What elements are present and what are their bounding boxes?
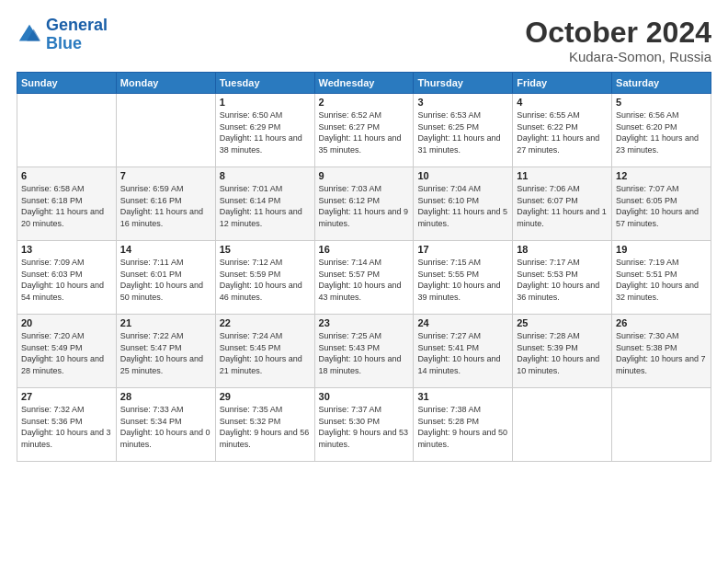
day-number: 30 xyxy=(319,391,410,402)
day-cell: 9Sunrise: 7:03 AM Sunset: 6:12 PM Daylig… xyxy=(314,167,414,241)
day-info: Sunrise: 7:15 AM Sunset: 5:55 PM Dayligh… xyxy=(417,257,508,303)
day-cell xyxy=(513,388,612,462)
day-info: Sunrise: 7:03 AM Sunset: 6:12 PM Dayligh… xyxy=(319,183,410,229)
day-cell: 17Sunrise: 7:15 AM Sunset: 5:55 PM Dayli… xyxy=(414,241,513,315)
day-info: Sunrise: 7:38 AM Sunset: 5:28 PM Dayligh… xyxy=(417,404,508,450)
col-monday: Monday xyxy=(116,73,215,94)
day-cell: 3Sunrise: 6:53 AM Sunset: 6:25 PM Daylig… xyxy=(414,94,513,167)
day-cell: 28Sunrise: 7:33 AM Sunset: 5:34 PM Dayli… xyxy=(116,388,215,462)
day-cell: 1Sunrise: 6:50 AM Sunset: 6:29 PM Daylig… xyxy=(215,94,314,167)
day-info: Sunrise: 7:01 AM Sunset: 6:14 PM Dayligh… xyxy=(220,183,311,229)
day-info: Sunrise: 6:56 AM Sunset: 6:20 PM Dayligh… xyxy=(616,109,707,155)
day-cell: 19Sunrise: 7:19 AM Sunset: 5:51 PM Dayli… xyxy=(612,241,711,315)
day-info: Sunrise: 6:58 AM Sunset: 6:18 PM Dayligh… xyxy=(21,183,112,229)
day-cell xyxy=(17,94,117,167)
day-info: Sunrise: 7:22 AM Sunset: 5:47 PM Dayligh… xyxy=(120,330,211,376)
day-info: Sunrise: 6:50 AM Sunset: 6:29 PM Dayligh… xyxy=(220,109,311,155)
logo-blue: Blue xyxy=(46,34,82,52)
day-info: Sunrise: 7:11 AM Sunset: 6:01 PM Dayligh… xyxy=(120,257,211,303)
day-info: Sunrise: 7:32 AM Sunset: 5:36 PM Dayligh… xyxy=(21,404,112,450)
day-cell: 21Sunrise: 7:22 AM Sunset: 5:47 PM Dayli… xyxy=(116,315,215,388)
col-tuesday: Tuesday xyxy=(215,73,314,94)
col-thursday: Thursday xyxy=(414,73,513,94)
day-number: 3 xyxy=(417,97,508,108)
header: General Blue October 2024 Kudara-Somon, … xyxy=(17,17,711,64)
day-number: 9 xyxy=(319,170,410,181)
day-number: 27 xyxy=(21,391,112,402)
day-number: 16 xyxy=(319,244,410,255)
day-number: 1 xyxy=(220,97,311,108)
day-cell: 13Sunrise: 7:09 AM Sunset: 6:03 PM Dayli… xyxy=(17,241,117,315)
day-number: 15 xyxy=(220,244,311,255)
day-number: 18 xyxy=(517,244,608,255)
day-cell: 26Sunrise: 7:30 AM Sunset: 5:38 PM Dayli… xyxy=(612,315,711,388)
day-info: Sunrise: 7:19 AM Sunset: 5:51 PM Dayligh… xyxy=(616,257,707,303)
day-cell: 31Sunrise: 7:38 AM Sunset: 5:28 PM Dayli… xyxy=(414,388,513,462)
location: Kudara-Somon, Russia xyxy=(525,49,711,64)
day-cell: 16Sunrise: 7:14 AM Sunset: 5:57 PM Dayli… xyxy=(314,241,414,315)
day-cell: 4Sunrise: 6:55 AM Sunset: 6:22 PM Daylig… xyxy=(513,94,612,167)
day-info: Sunrise: 7:25 AM Sunset: 5:43 PM Dayligh… xyxy=(319,330,410,376)
calendar-table: Sunday Monday Tuesday Wednesday Thursday… xyxy=(17,72,711,462)
day-number: 21 xyxy=(120,317,211,328)
day-cell: 29Sunrise: 7:35 AM Sunset: 5:32 PM Dayli… xyxy=(215,388,314,462)
col-wednesday: Wednesday xyxy=(314,73,414,94)
logo: General Blue xyxy=(17,17,108,53)
week-row-4: 27Sunrise: 7:32 AM Sunset: 5:36 PM Dayli… xyxy=(17,388,711,462)
day-number: 8 xyxy=(220,170,311,181)
day-info: Sunrise: 7:12 AM Sunset: 5:59 PM Dayligh… xyxy=(220,257,311,303)
day-number: 7 xyxy=(120,170,211,181)
day-info: Sunrise: 7:37 AM Sunset: 5:30 PM Dayligh… xyxy=(319,404,410,450)
day-info: Sunrise: 7:17 AM Sunset: 5:53 PM Dayligh… xyxy=(517,257,608,303)
col-sunday: Sunday xyxy=(17,73,117,94)
day-info: Sunrise: 7:09 AM Sunset: 6:03 PM Dayligh… xyxy=(21,257,112,303)
logo-general: General xyxy=(46,16,108,34)
day-number: 17 xyxy=(417,244,508,255)
day-cell xyxy=(116,94,215,167)
day-cell: 14Sunrise: 7:11 AM Sunset: 6:01 PM Dayli… xyxy=(116,241,215,315)
day-number: 26 xyxy=(616,317,707,328)
day-number: 4 xyxy=(517,97,608,108)
day-info: Sunrise: 7:20 AM Sunset: 5:49 PM Dayligh… xyxy=(21,330,112,376)
day-cell: 12Sunrise: 7:07 AM Sunset: 6:05 PM Dayli… xyxy=(612,167,711,241)
day-number: 19 xyxy=(616,244,707,255)
logo-text: General Blue xyxy=(46,17,108,53)
day-info: Sunrise: 7:28 AM Sunset: 5:39 PM Dayligh… xyxy=(517,330,608,376)
day-number: 12 xyxy=(616,170,707,181)
day-cell: 5Sunrise: 6:56 AM Sunset: 6:20 PM Daylig… xyxy=(612,94,711,167)
day-info: Sunrise: 7:33 AM Sunset: 5:34 PM Dayligh… xyxy=(120,404,211,450)
day-number: 2 xyxy=(319,97,410,108)
day-number: 14 xyxy=(120,244,211,255)
day-number: 11 xyxy=(517,170,608,181)
col-friday: Friday xyxy=(513,73,612,94)
day-cell: 24Sunrise: 7:27 AM Sunset: 5:41 PM Dayli… xyxy=(414,315,513,388)
day-cell: 2Sunrise: 6:52 AM Sunset: 6:27 PM Daylig… xyxy=(314,94,414,167)
day-cell: 7Sunrise: 6:59 AM Sunset: 6:16 PM Daylig… xyxy=(116,167,215,241)
week-row-3: 20Sunrise: 7:20 AM Sunset: 5:49 PM Dayli… xyxy=(17,315,711,388)
day-info: Sunrise: 7:04 AM Sunset: 6:10 PM Dayligh… xyxy=(417,183,508,229)
day-cell: 8Sunrise: 7:01 AM Sunset: 6:14 PM Daylig… xyxy=(215,167,314,241)
month-title: October 2024 xyxy=(525,17,711,49)
day-cell: 6Sunrise: 6:58 AM Sunset: 6:18 PM Daylig… xyxy=(17,167,117,241)
day-info: Sunrise: 7:30 AM Sunset: 5:38 PM Dayligh… xyxy=(616,330,707,376)
day-cell: 11Sunrise: 7:06 AM Sunset: 6:07 PM Dayli… xyxy=(513,167,612,241)
day-number: 20 xyxy=(21,317,112,328)
day-info: Sunrise: 7:24 AM Sunset: 5:45 PM Dayligh… xyxy=(220,330,311,376)
day-info: Sunrise: 6:52 AM Sunset: 6:27 PM Dayligh… xyxy=(319,109,410,155)
week-row-0: 1Sunrise: 6:50 AM Sunset: 6:29 PM Daylig… xyxy=(17,94,711,167)
week-row-1: 6Sunrise: 6:58 AM Sunset: 6:18 PM Daylig… xyxy=(17,167,711,241)
day-cell: 30Sunrise: 7:37 AM Sunset: 5:30 PM Dayli… xyxy=(314,388,414,462)
day-info: Sunrise: 7:07 AM Sunset: 6:05 PM Dayligh… xyxy=(616,183,707,229)
day-info: Sunrise: 7:14 AM Sunset: 5:57 PM Dayligh… xyxy=(319,257,410,303)
calendar-header: Sunday Monday Tuesday Wednesday Thursday… xyxy=(17,73,711,94)
day-cell: 25Sunrise: 7:28 AM Sunset: 5:39 PM Dayli… xyxy=(513,315,612,388)
day-number: 6 xyxy=(21,170,112,181)
day-number: 28 xyxy=(120,391,211,402)
week-row-2: 13Sunrise: 7:09 AM Sunset: 6:03 PM Dayli… xyxy=(17,241,711,315)
day-cell: 15Sunrise: 7:12 AM Sunset: 5:59 PM Dayli… xyxy=(215,241,314,315)
day-cell xyxy=(612,388,711,462)
day-cell: 10Sunrise: 7:04 AM Sunset: 6:10 PM Dayli… xyxy=(414,167,513,241)
day-number: 25 xyxy=(517,317,608,328)
day-number: 5 xyxy=(616,97,707,108)
day-cell: 20Sunrise: 7:20 AM Sunset: 5:49 PM Dayli… xyxy=(17,315,117,388)
